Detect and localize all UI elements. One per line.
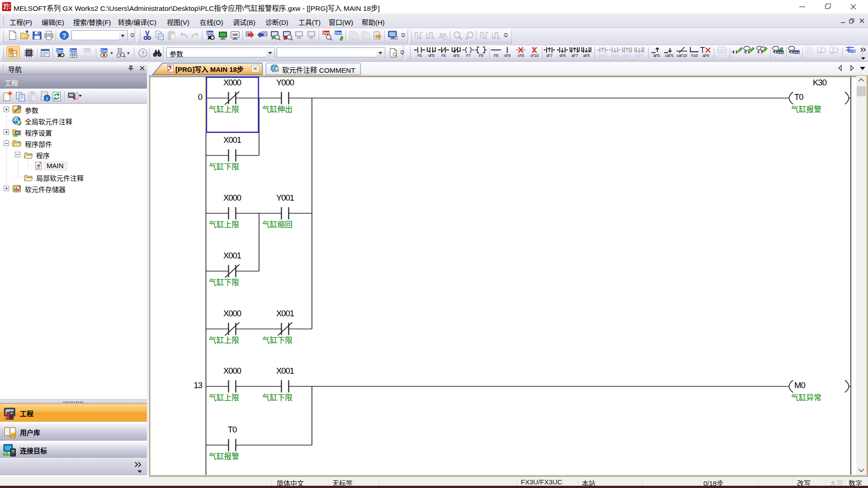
svg-text:X001: X001 bbox=[276, 309, 294, 318]
svg-text:气缸异常: 气缸异常 bbox=[791, 393, 821, 402]
svg-text:ST: ST bbox=[719, 48, 725, 52]
svg-text:气缸缩回: 气缸缩回 bbox=[262, 220, 292, 229]
svg-text:气缸上限: 气缸上限 bbox=[209, 393, 239, 402]
svg-text:H0: H0 bbox=[232, 33, 238, 37]
svg-text:Dev: Dev bbox=[322, 31, 330, 35]
svg-text:气缸报警: 气缸报警 bbox=[791, 105, 821, 114]
svg-text:Dev: Dev bbox=[56, 48, 63, 53]
svg-text:M0: M0 bbox=[794, 380, 805, 390]
svg-text:Dev: Dev bbox=[206, 31, 213, 35]
svg-text:X000: X000 bbox=[223, 193, 241, 202]
svg-text:i: i bbox=[47, 96, 48, 101]
svg-text:气缸上限: 气缸上限 bbox=[209, 220, 239, 229]
svg-text:气缸伸出: 气缸伸出 bbox=[262, 105, 292, 114]
svg-text:X001: X001 bbox=[223, 135, 241, 145]
svg-text:Dev: Dev bbox=[335, 31, 342, 35]
svg-text:Dev: Dev bbox=[70, 48, 77, 53]
svg-text:气缸上限: 气缸上限 bbox=[209, 336, 239, 345]
svg-text:T0: T0 bbox=[228, 425, 237, 434]
svg-text:气缸下限: 气缸下限 bbox=[209, 162, 239, 171]
svg-text:气缸下限: 气缸下限 bbox=[262, 393, 292, 402]
svg-text:气缸报警: 气缸报警 bbox=[209, 452, 239, 461]
svg-text:?: ? bbox=[62, 32, 66, 39]
svg-text:0: 0 bbox=[198, 92, 203, 102]
svg-text:Y001: Y001 bbox=[276, 193, 294, 202]
svg-text:Dev: Dev bbox=[100, 48, 108, 53]
svg-text:气缸上限: 气缸上限 bbox=[209, 105, 239, 114]
svg-text:Dev: Dev bbox=[83, 48, 90, 53]
svg-text:?: ? bbox=[141, 50, 145, 56]
svg-text:X001: X001 bbox=[276, 366, 294, 375]
svg-text:气缸下限: 气缸下限 bbox=[209, 278, 239, 287]
svg-text:气缸下限: 气缸下限 bbox=[262, 336, 292, 345]
svg-text:X000: X000 bbox=[223, 78, 241, 87]
svg-text:K30: K30 bbox=[813, 78, 827, 87]
svg-text:CC-L: CC-L bbox=[83, 54, 91, 58]
svg-text:X001: X001 bbox=[223, 251, 241, 260]
svg-text:13: 13 bbox=[193, 380, 202, 390]
svg-text:X000: X000 bbox=[223, 366, 241, 375]
svg-text:Y000: Y000 bbox=[276, 78, 294, 87]
svg-text:X000: X000 bbox=[223, 309, 241, 318]
svg-text:T0: T0 bbox=[794, 92, 803, 102]
